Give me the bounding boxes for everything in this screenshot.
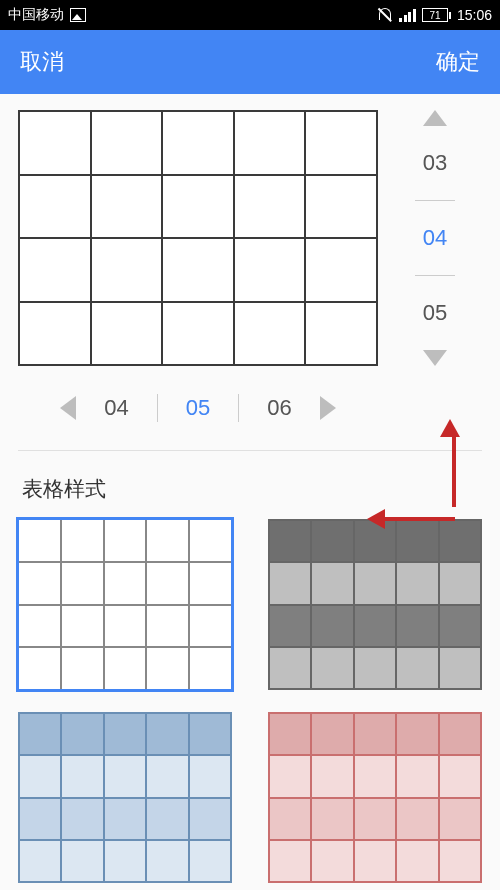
dialog-content: 03 04 05 04 05 06 表格样式 xyxy=(0,94,500,890)
battery-level: 71 xyxy=(429,10,440,21)
column-count-spinner[interactable]: 04 05 06 xyxy=(18,394,378,450)
status-bar: 中国移动 71 15:06 xyxy=(0,0,500,30)
dialog-header: 取消 确定 xyxy=(0,30,500,94)
style-option-blue[interactable] xyxy=(18,712,232,883)
style-option-plain[interactable] xyxy=(18,519,232,690)
style-option-gray[interactable] xyxy=(268,519,482,690)
col-prev-value[interactable]: 04 xyxy=(94,395,138,421)
divider xyxy=(18,450,482,451)
signal-icon xyxy=(399,8,416,22)
battery-icon: 71 xyxy=(422,8,451,22)
carrier-label: 中国移动 xyxy=(8,6,64,24)
clock: 15:06 xyxy=(457,7,492,23)
row-prev-value[interactable]: 03 xyxy=(423,144,447,182)
row-count-spinner[interactable]: 03 04 05 xyxy=(378,110,482,366)
confirm-button[interactable]: 确定 xyxy=(436,47,480,77)
row-current-value[interactable]: 04 xyxy=(423,219,447,257)
row-up-icon[interactable] xyxy=(423,110,447,126)
cancel-button[interactable]: 取消 xyxy=(20,47,64,77)
col-right-icon[interactable] xyxy=(320,396,336,420)
table-styles-grid xyxy=(18,519,482,890)
styles-section-title: 表格样式 xyxy=(18,475,482,503)
row-next-value[interactable]: 05 xyxy=(423,294,447,332)
style-option-red[interactable] xyxy=(268,712,482,883)
table-preview xyxy=(18,110,378,366)
col-next-value[interactable]: 06 xyxy=(257,395,301,421)
row-down-icon[interactable] xyxy=(423,350,447,366)
screenshot-icon xyxy=(70,8,86,22)
col-left-icon[interactable] xyxy=(60,396,76,420)
col-current-value[interactable]: 05 xyxy=(176,395,220,421)
mute-icon xyxy=(377,7,393,23)
